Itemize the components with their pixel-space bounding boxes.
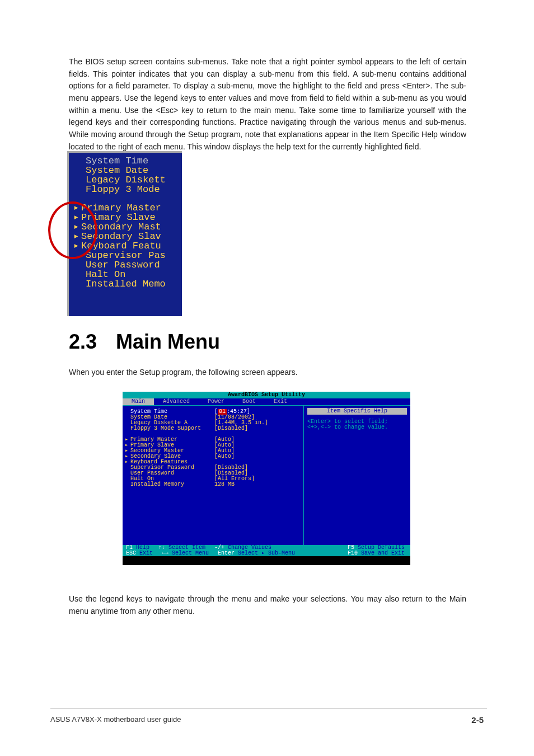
bios-tab-power[interactable]: Power	[199, 398, 233, 405]
key-enter: Enter	[214, 551, 238, 556]
crop-line-halt: Halt On	[69, 270, 182, 279]
submenu-pointer-icon: ▸	[73, 232, 81, 241]
bios-full-figure: AwardBIOS Setup Utility Main Advanced Po…	[123, 392, 410, 565]
key-f10: F10	[344, 551, 361, 556]
action-exit: Exit	[139, 551, 158, 556]
submenu-pointer-icon: ▸	[125, 459, 130, 465]
bios-footer-bar: F1Help ↑↓Select Item -/+Change Values F5…	[123, 545, 410, 556]
crop-line-supervisor: Supervisor Pas	[69, 251, 182, 260]
crop-line-floppy3: Floppy 3 Mode	[69, 185, 182, 194]
bios-tab-advanced[interactable]: Advanced	[154, 398, 199, 405]
bios-row-floppy3[interactable]: Floppy 3 Mode Support[Disabled]	[125, 426, 301, 431]
crop-line-keyboard: ▸Keyboard Featu	[69, 241, 182, 251]
submenu-pointer-icon: ▸	[73, 241, 81, 251]
bios-tab-main[interactable]: Main	[123, 398, 154, 405]
crop-line-primary-slave: ▸Primary Slave	[69, 213, 182, 222]
footer-title: ASUS A7V8X-X motherboard user guide	[50, 715, 181, 724]
page-number: 2-5	[471, 715, 484, 725]
bios-cropped-inner: System Time System Date Legacy Diskett F…	[69, 153, 182, 316]
crop-line-userpw: User Password	[69, 260, 182, 270]
bios-help-title: Item Specific Help	[307, 408, 407, 415]
crop-line-primary-master: ▸Primary Master	[69, 203, 182, 213]
heading-text: Main Menu	[116, 330, 220, 353]
document-page: The BIOS setup screen contains sub-menus…	[0, 0, 534, 756]
bios-tab-exit[interactable]: Exit	[265, 398, 296, 405]
intro-paragraph: The BIOS setup screen contains sub-menus…	[69, 56, 466, 153]
crop-line-memory: Installed Memo	[69, 279, 182, 289]
bios-help-pane: Item Specific Help <Enter> to select fie…	[304, 405, 410, 545]
crop-line-system-date: System Date	[69, 166, 182, 175]
bios-footer-row2: ESCExit ←→Select Menu EnterSelect ▸ Sub-…	[123, 551, 410, 556]
submenu-pointer-icon: ▸	[73, 213, 81, 222]
crop-line-legacy-diskette: Legacy Diskett	[69, 175, 182, 185]
crop-line-secondary-slave: ▸Secondary Slav	[69, 232, 182, 241]
bios-title: AwardBIOS Setup Utility	[123, 392, 410, 398]
key-leftright-icon: ←→	[158, 551, 172, 556]
heading-paragraph: When you enter the Setup program, the fo…	[69, 367, 466, 379]
action-select-menu: Select Menu	[172, 551, 214, 556]
submenu-pointer-icon: ▸	[73, 203, 81, 213]
footer-divider	[50, 708, 487, 708]
bios-row-memory: Installed Memory128 MB	[125, 482, 301, 487]
action-select-submenu: Select ▸ Sub-Menu	[238, 551, 301, 556]
crop-line-system-time: System Time	[69, 153, 182, 166]
bios-tab-boot[interactable]: Boot	[233, 398, 265, 405]
action-save-exit: Save and Exit	[361, 551, 410, 556]
key-esc: ESC	[123, 551, 139, 556]
bios-main-pane: System Time [01:45:27] System Date[11/08…	[123, 405, 304, 545]
section-heading: 2.3Main Menu	[69, 330, 220, 354]
bios-cropped-figure: System Time System Date Legacy Diskett F…	[67, 151, 182, 316]
bios-tabs: Main Advanced Power Boot Exit	[123, 398, 410, 405]
bios-body: System Time [01:45:27] System Date[11/08…	[123, 405, 410, 545]
submenu-pointer-icon: ▸	[73, 222, 81, 232]
heading-number: 2.3	[69, 330, 97, 353]
closing-paragraph: Use the legend keys to navigate through …	[69, 593, 466, 617]
crop-line-secondary-master: ▸Secondary Mast	[69, 222, 182, 232]
bios-help-text: <Enter> to select field; <+>,<-> to chan…	[307, 419, 407, 430]
